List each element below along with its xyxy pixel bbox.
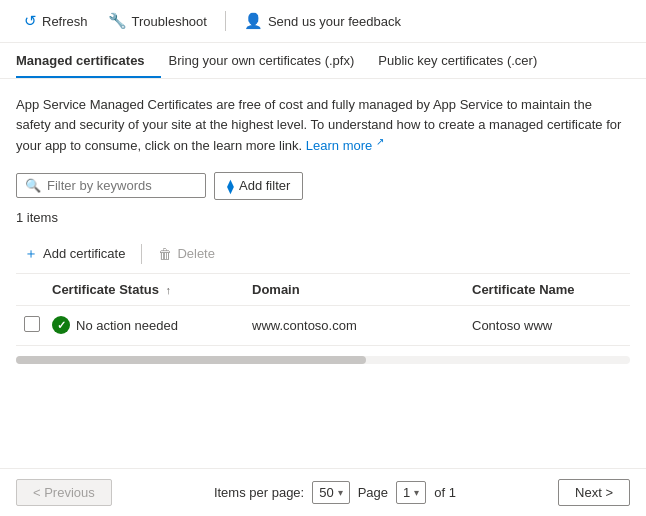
tab-cer-certificates[interactable]: Public key certificates (.cer) (378, 43, 553, 78)
row-status-cell: No action needed (52, 305, 252, 345)
next-button[interactable]: Next > (558, 479, 630, 506)
delete-label: Delete (177, 246, 215, 261)
add-certificate-label: Add certificate (43, 246, 125, 261)
col-status[interactable]: Certificate Status ↑ (52, 274, 252, 306)
items-per-page-label: Items per page: (214, 485, 304, 500)
refresh-icon: ↺ (24, 12, 37, 30)
search-icon: 🔍 (25, 178, 41, 193)
items-count: 1 items (16, 210, 630, 225)
add-filter-label: Add filter (239, 178, 290, 193)
status-success-icon (52, 316, 70, 334)
action-bar: ＋ Add certificate 🗑 Delete (16, 235, 630, 274)
scrollbar-track (16, 356, 630, 364)
refresh-label: Refresh (42, 14, 88, 29)
feedback-button[interactable]: 👤 Send us your feedback (236, 8, 409, 34)
toolbar: ↺ Refresh 🔧 Troubleshoot 👤 Send us your … (0, 0, 646, 43)
page-label: Page (358, 485, 388, 500)
horizontal-scrollbar[interactable] (16, 350, 630, 370)
page-number-select[interactable]: 1 ▾ (396, 481, 426, 504)
total-pages-label: of 1 (434, 485, 456, 500)
row-name-cell: Contoso www (472, 305, 630, 345)
tabs-bar: Managed certificates Bring your own cert… (0, 43, 646, 79)
page-chevron-icon: ▾ (414, 487, 419, 498)
feedback-label: Send us your feedback (268, 14, 401, 29)
delete-button[interactable]: 🗑 Delete (150, 242, 223, 266)
table-row: No action needed www.contoso.com Contoso… (16, 305, 630, 345)
pagination-center: Items per page: 50 ▾ Page 1 ▾ of 1 (214, 481, 456, 504)
sort-icon: ↑ (166, 284, 172, 296)
filter-input[interactable] (47, 178, 197, 193)
tab-managed-certificates[interactable]: Managed certificates (16, 43, 161, 78)
add-filter-button[interactable]: ⧫ Add filter (214, 172, 303, 200)
pagination-bar: < Previous Items per page: 50 ▾ Page 1 ▾… (0, 468, 646, 516)
status-text: No action needed (76, 318, 178, 333)
feedback-icon: 👤 (244, 12, 263, 30)
learn-more-link[interactable]: Learn more ↗ (306, 138, 384, 153)
add-certificate-button[interactable]: ＋ Add certificate (16, 241, 133, 267)
table-header-row: Certificate Status ↑ Domain Certificate … (16, 274, 630, 306)
troubleshoot-label: Troubleshoot (132, 14, 207, 29)
row-checkbox-cell (16, 305, 52, 345)
action-bar-divider (141, 244, 142, 264)
col-checkbox (16, 274, 52, 306)
previous-button[interactable]: < Previous (16, 479, 112, 506)
add-icon: ＋ (24, 245, 38, 263)
row-checkbox[interactable] (24, 316, 40, 332)
items-per-page-select[interactable]: 50 ▾ (312, 481, 349, 504)
external-link-icon: ↗ (376, 136, 384, 147)
troubleshoot-icon: 🔧 (108, 12, 127, 30)
per-page-value: 50 (319, 485, 333, 500)
current-page-value: 1 (403, 485, 410, 500)
domain-value: www.contoso.com (252, 318, 357, 333)
per-page-chevron-icon: ▾ (338, 487, 343, 498)
delete-icon: 🗑 (158, 246, 172, 262)
certificate-name-value: Contoso www (472, 318, 552, 333)
filter-input-wrap: 🔍 (16, 173, 206, 198)
tab-pfx-certificates[interactable]: Bring your own certificates (.pfx) (169, 43, 371, 78)
certificate-table: Certificate Status ↑ Domain Certificate … (16, 274, 630, 346)
filter-icon: ⧫ (227, 178, 234, 194)
troubleshoot-button[interactable]: 🔧 Troubleshoot (100, 8, 215, 34)
refresh-button[interactable]: ↺ Refresh (16, 8, 96, 34)
col-name: Certificate Name (472, 274, 630, 306)
main-content: App Service Managed Certificates are fre… (0, 79, 646, 370)
scrollbar-thumb[interactable] (16, 356, 366, 364)
filter-row: 🔍 ⧫ Add filter (16, 172, 630, 200)
col-domain: Domain (252, 274, 472, 306)
toolbar-divider (225, 11, 226, 31)
description-text: App Service Managed Certificates are fre… (16, 95, 626, 156)
row-domain-cell: www.contoso.com (252, 305, 472, 345)
